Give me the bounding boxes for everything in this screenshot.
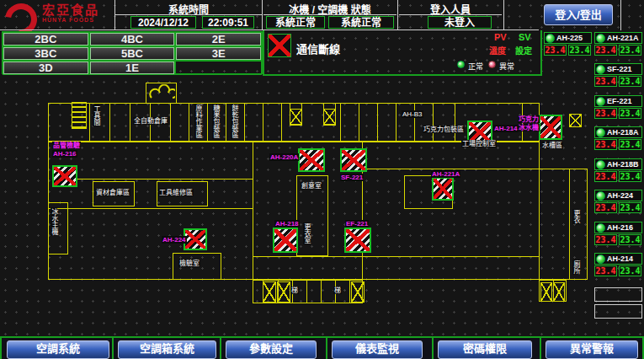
wall-line bbox=[170, 103, 171, 142]
floor-button-5BC[interactable]: 5BC bbox=[89, 46, 176, 61]
wall-line bbox=[377, 103, 378, 142]
chiller-status-value: 系統正常 bbox=[266, 16, 325, 29]
pv-name-legend: 溫度 bbox=[489, 44, 506, 56]
disconnected-unit-icon[interactable] bbox=[52, 165, 77, 187]
unit-pv-value: 23.4 bbox=[594, 265, 617, 276]
unit-button-AH-216[interactable]: AH-216 bbox=[594, 222, 642, 233]
floor-button-3BC[interactable]: 3BC bbox=[3, 46, 89, 61]
disconnected-unit-icon[interactable] bbox=[539, 115, 562, 140]
wall-line bbox=[130, 103, 130, 142]
unit-button-AH-225[interactable]: AH-225 bbox=[544, 32, 592, 44]
disconnected-unit-icon[interactable] bbox=[273, 228, 298, 253]
wall-line bbox=[362, 169, 588, 169]
room-outline bbox=[48, 142, 540, 280]
stairwell-icon bbox=[553, 282, 565, 302]
unit-button-EF-221[interactable]: EF-221 bbox=[594, 95, 642, 107]
wall-line bbox=[433, 103, 434, 142]
menu-separator bbox=[0, 338, 2, 359]
unit-name: AH-218B bbox=[607, 160, 639, 169]
unit-button-AH-218B[interactable]: AH-218B bbox=[594, 158, 642, 170]
floor-button-3E[interactable]: 3E bbox=[175, 46, 262, 61]
unit-pv-value: 23.4 bbox=[594, 139, 617, 150]
normal-label: 正常 bbox=[468, 61, 483, 72]
floor-button-2BC[interactable]: 2BC bbox=[3, 32, 89, 46]
room-label: 糖果包裝區 bbox=[212, 104, 219, 139]
room-label: 全自動倉庫 bbox=[133, 117, 168, 125]
status-lamp-icon bbox=[596, 191, 605, 201]
room-label: AH-B3 bbox=[402, 110, 423, 118]
green-divider bbox=[263, 74, 542, 76]
pv-legend: PV bbox=[494, 32, 507, 42]
unit-name: AH-216 bbox=[607, 223, 633, 232]
header-underline bbox=[263, 14, 397, 15]
menu-button-2[interactable]: 空調箱系統 bbox=[118, 340, 216, 359]
wall-line bbox=[306, 280, 307, 303]
green-divider bbox=[263, 30, 264, 75]
menu-separator bbox=[432, 338, 434, 359]
floor-button-4BC[interactable]: 4BC bbox=[89, 32, 176, 46]
unit-button-AH-218A[interactable]: AH-218A bbox=[594, 126, 642, 138]
unit-sv-value: 23.4 bbox=[619, 76, 641, 87]
status-lamp-icon bbox=[596, 65, 605, 74]
unit-button-AH-214[interactable]: AH-214 bbox=[594, 253, 642, 265]
wall-line bbox=[321, 280, 322, 303]
unit-pv-value: 23.4 bbox=[594, 234, 617, 245]
room-label: 工具維修區 bbox=[158, 189, 194, 196]
wall-line bbox=[189, 103, 189, 142]
unit-sv-value: 23.4 bbox=[619, 108, 641, 119]
room-label: 餅乾包裝區 bbox=[231, 104, 237, 139]
wall-line bbox=[89, 103, 90, 142]
status-lamp-icon bbox=[596, 160, 605, 169]
room-label: 創意室 bbox=[301, 182, 322, 190]
comm-loss-icon bbox=[268, 34, 291, 57]
wall-line bbox=[359, 103, 359, 142]
disconnected-unit-icon[interactable] bbox=[184, 228, 207, 250]
room-label: 更衣 bbox=[572, 209, 579, 224]
unit-name: EF-221 bbox=[607, 97, 632, 105]
unit-button-AH-224[interactable]: AH-224 bbox=[594, 190, 642, 201]
menu-button-5[interactable]: 密碼權限 bbox=[438, 340, 532, 359]
menu-separator bbox=[112, 338, 114, 359]
unit-sv-value: 23.4 bbox=[568, 45, 591, 56]
plan-unit-label: AH-221A bbox=[431, 170, 460, 178]
green-divider bbox=[540, 30, 542, 75]
logo-title: 宏亞食品 bbox=[42, 3, 99, 17]
stairwell-icon bbox=[290, 109, 302, 125]
room-label: 梯 bbox=[290, 287, 299, 294]
status-lamp-icon bbox=[596, 34, 605, 43]
floor-button-2E[interactable]: 2E bbox=[175, 32, 262, 46]
menu-button-1[interactable]: 空調系統 bbox=[7, 340, 109, 359]
room-outline bbox=[539, 169, 588, 280]
disconnected-unit-icon[interactable] bbox=[432, 177, 454, 201]
room-label: 檢驗室 bbox=[178, 260, 200, 267]
plan-unit-label: AH-220A bbox=[269, 153, 299, 161]
header-bottom-line bbox=[0, 29, 539, 30]
room-label: 巧克力包裝區 bbox=[423, 126, 465, 133]
unit-button-SF-221[interactable]: SF-221 bbox=[594, 63, 642, 75]
menu-button-3[interactable]: 參數設定 bbox=[226, 340, 317, 359]
unit-pv-value: 23.4 bbox=[594, 76, 617, 87]
unit-sv-value: 23.4 bbox=[619, 139, 641, 150]
disconnected-unit-icon[interactable] bbox=[344, 228, 371, 253]
room-label: 工具間 bbox=[93, 104, 99, 126]
unit-sv-value: 23.4 bbox=[619, 45, 641, 56]
floor-button-1E[interactable]: 1E bbox=[89, 61, 176, 75]
wall-line bbox=[340, 103, 341, 142]
menu-button-4[interactable]: 儀表監視 bbox=[332, 340, 423, 359]
wall-line bbox=[569, 169, 570, 280]
wall-line bbox=[244, 103, 245, 142]
unit-button-AH-221A[interactable]: AH-221A bbox=[594, 32, 642, 44]
plan-unit-label: 巧克力 bbox=[518, 115, 540, 123]
disconnected-unit-icon[interactable] bbox=[340, 148, 367, 172]
menu-button-6[interactable]: 異常警報 bbox=[546, 340, 638, 359]
stairwell-icon bbox=[323, 109, 336, 125]
wall-line bbox=[349, 280, 350, 303]
unit-pv-value: 23.4 bbox=[594, 45, 617, 56]
disconnected-unit-icon[interactable] bbox=[298, 148, 325, 172]
floor-button-3D[interactable]: 3D bbox=[3, 61, 89, 75]
plan-unit-label: AH-224 bbox=[162, 236, 187, 244]
login-logout-button[interactable]: 登入/登出 bbox=[544, 4, 613, 25]
menu-separator bbox=[540, 338, 541, 359]
plan-unit-label: 冰水機 bbox=[518, 124, 540, 131]
unit-name: AH-218A bbox=[607, 128, 639, 137]
